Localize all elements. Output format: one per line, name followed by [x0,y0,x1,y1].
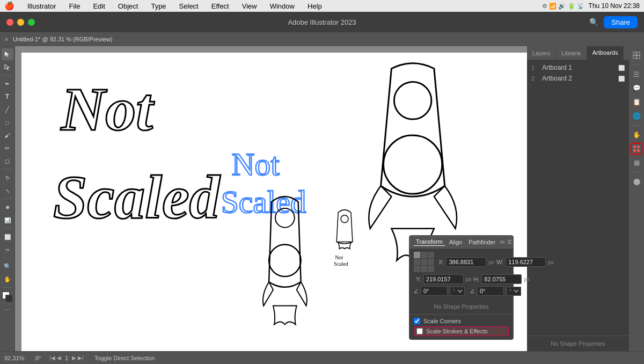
menu-select[interactable]: Select [177,2,201,11]
svg-text:Not: Not [335,254,343,260]
menu-edit[interactable]: Edit [91,2,107,11]
paintbrush-tool[interactable]: 🖌 [2,129,13,141]
x-unit: px [488,259,494,265]
svg-rect-15 [633,145,636,148]
angle1-dropdown[interactable]: ° [450,287,465,296]
svg-rect-12 [636,52,640,55]
tg-bl[interactable] [414,266,420,272]
slice-tool[interactable]: ✂ [2,244,13,256]
tg-tl[interactable] [414,252,420,258]
svg-point-5 [384,135,442,194]
angle2-label: ∠ [470,288,475,294]
column-graph[interactable]: 📊 [2,214,13,226]
menu-type[interactable]: Type [149,2,168,11]
rect-tool[interactable]: □ [2,117,13,128]
pencil-tool[interactable]: ✏ [2,142,13,154]
artboard-item-2[interactable]: 2 Artboard 2 ⬜ [527,73,629,84]
angle2-input[interactable] [477,286,504,296]
svg-text:Not: Not [232,147,280,182]
first-page-button[interactable]: |◀ [50,355,56,361]
main-layout: ✒ T ╱ □ 🖌 ✏ ◻ ↻ ⤡ ✸ 📊 ⬜ ✂ 🔍 ✋ ⋯ [0,46,644,351]
artboard-tool[interactable]: ⬜ [2,231,13,243]
tab-align[interactable]: Align [447,238,464,246]
window-controls [6,19,35,26]
apple-menu[interactable]: 🍎 [4,1,14,11]
scale-strokes-checkbox[interactable] [416,328,423,334]
document-tab[interactable]: Untitled-1* @ 92.31 % (RGB/Preview) [13,36,112,42]
select-tool-right[interactable] [631,49,642,61]
transform-actions: ≫ ☰ [500,239,512,245]
pen-tool[interactable]: ✒ [2,78,13,90]
align-grid[interactable] [414,252,434,272]
search-icon[interactable]: 🔍 [589,18,598,26]
menu-help[interactable]: Help [305,2,324,11]
angle1-input[interactable] [421,286,448,296]
type-tool[interactable]: T [2,91,13,103]
menu-icon[interactable]: ☰ [507,239,512,245]
expand-icon[interactable]: ≫ [500,239,505,245]
zoom-level: 92.31% [4,355,31,361]
tg-ml[interactable] [414,259,420,265]
artboards-panel: Layers Librarie Artboards Asset E ≡ 1 Ar… [527,46,629,351]
strip-separator-3 [632,172,641,172]
symbol-sprayer[interactable]: ✸ [2,201,13,213]
svg-rect-11 [633,52,636,55]
menu-object[interactable]: Object [116,2,141,11]
more-tools[interactable]: ⋯ [2,304,13,316]
last-page-button[interactable]: ▶| [78,355,84,361]
tab-pathfinder[interactable]: Pathfinder [466,238,497,246]
scale-corners-checkbox[interactable] [414,318,420,324]
maximize-button[interactable] [28,19,35,26]
menu-effect[interactable]: Effect [209,2,231,11]
tg-tr[interactable] [428,252,434,258]
comment-icon[interactable]: 💬 [631,82,642,94]
tab-layers[interactable]: Layers [527,46,556,60]
libraries-icon[interactable]: ✋ [631,129,642,141]
h-input[interactable] [481,274,522,284]
scale-tool[interactable]: ⤡ [2,185,13,196]
close-button[interactable] [6,19,13,26]
transform-panel: Transform Align Pathfinder ≫ ☰ X: [409,235,514,340]
layers-icon[interactable]: ☰ [631,68,642,80]
tg-tc[interactable] [421,252,427,258]
next-page-button[interactable]: ▶ [72,355,76,361]
tab-artboards[interactable]: Artboards [587,46,624,60]
menu-window[interactable]: Window [268,2,297,11]
no-shape-properties: No Shape Properties [527,336,629,351]
menu-view[interactable]: View [240,2,259,11]
tg-mr[interactable] [428,259,434,265]
minimize-button[interactable] [17,19,24,26]
scale-strokes-row: Scale Strokes & Effects [414,326,509,336]
w-input[interactable] [506,257,546,267]
tab-librarie[interactable]: Librarie [556,46,587,60]
align-icon[interactable]: ▦ [631,157,642,169]
menu-file[interactable]: File [67,2,82,11]
fill-stroke[interactable] [2,291,13,303]
properties-icon[interactable]: 📋 [631,96,642,108]
hand-tool[interactable]: ✋ [2,273,13,285]
scale-section: Scale Corners Scale Strokes & Effects [409,314,513,339]
x-input[interactable] [446,257,486,267]
tg-br[interactable] [428,266,434,272]
menu-illustrator[interactable]: Illustrator [25,2,58,11]
artboard-item-1[interactable]: 1 Artboard 1 ⬜ [527,62,629,73]
selection-tool[interactable] [2,48,13,60]
angle2-dropdown[interactable]: ° [506,287,521,296]
direct-selection-tool[interactable] [2,61,13,73]
tab-transform[interactable]: Transform [414,238,445,246]
line-tool[interactable]: ╱ [2,104,13,115]
quick-actions-icon[interactable] [631,143,642,155]
tab-close-icon[interactable]: ✕ [4,37,9,42]
eraser-tool[interactable]: ◻ [2,155,13,167]
tg-bc[interactable] [421,266,427,272]
rotate-tool[interactable]: ↻ [2,172,13,184]
zoom-tool[interactable]: 🔍 [2,260,13,272]
prev-page-button[interactable]: ◀ [57,355,61,361]
right-area: Layers Librarie Artboards Asset E ≡ 1 Ar… [527,46,644,351]
bottom-icon[interactable]: ⬤ [631,176,642,187]
tg-mc[interactable] [421,259,427,265]
3d-icon[interactable]: 🌐 [631,110,642,122]
y-input[interactable] [423,274,464,284]
share-button[interactable]: Share [604,16,638,28]
y-unit: px [466,276,472,282]
